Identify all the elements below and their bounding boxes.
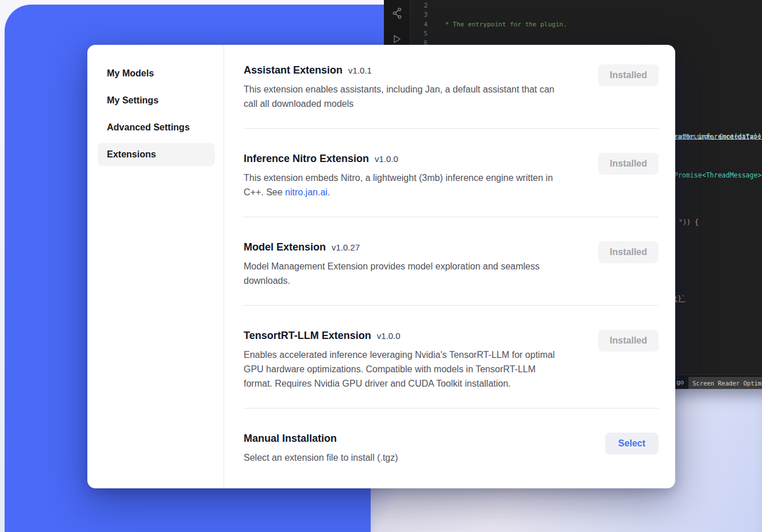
code-fragment-inference-call: rator.inference(data)); (674, 132, 762, 141)
line-number: 3 (410, 10, 428, 20)
sidebar-item-my-settings[interactable]: My Settings (98, 89, 215, 112)
manual-installation-title: Manual Installation (244, 433, 398, 445)
extension-name: Assistant Extension (244, 64, 342, 76)
installed-button[interactable]: Installed (598, 330, 659, 352)
select-file-button[interactable]: Select (605, 433, 659, 454)
extension-name: TensortRT-LLM Extension (244, 330, 371, 341)
extensions-content: Assistant Extensionv1.0.1 This extension… (224, 45, 675, 488)
extension-name: Model Extension (244, 241, 326, 253)
extension-title-row: Model Extensionv1.0.27 (244, 241, 565, 253)
run-debug-icon[interactable] (391, 34, 403, 45)
installed-button[interactable]: Installed (598, 241, 659, 263)
line-number: 2 (410, 1, 428, 10)
manual-installation-row: Manual Installation Select an extension … (244, 433, 659, 465)
source-control-graph-icon[interactable] (391, 7, 403, 19)
line-number: 5 (410, 29, 428, 38)
extension-row-tensorrt-llm: TensortRT-LLM Extensionv1.0.0 Enables ac… (244, 330, 659, 391)
extension-description: This extension embeds Nitro, a lightweig… (244, 171, 565, 199)
extension-row-inference-nitro: Inference Nitro Extensionv1.0.0 This ext… (244, 153, 659, 199)
section-divider (244, 408, 659, 408)
line-number: 4 (410, 20, 428, 29)
nitro-jan-ai-link[interactable]: nitro.jan.ai. (285, 187, 330, 197)
editor-line-numbers: 2 3 4 5 6 (410, 1, 428, 48)
section-divider (244, 217, 659, 217)
extension-description: This extension enables assistants, inclu… (244, 82, 565, 111)
screen-reader-optimize-badge[interactable]: Screen Reader Optimize (688, 377, 762, 389)
status-bar-text: go (676, 378, 684, 387)
installed-button[interactable]: Installed (598, 64, 659, 86)
code-fragment-template-close: t}` (674, 294, 686, 303)
settings-sidebar: My Models My Settings Advanced Settings … (87, 45, 224, 488)
extension-row-assistant: Assistant Extensionv1.0.1 This extension… (244, 64, 659, 111)
page-background: 2 3 4 5 6 * The entrypoint for the plugi… (0, 0, 762, 532)
extension-version: v1.0.0 (377, 331, 401, 341)
sidebar-item-extensions[interactable]: Extensions (98, 143, 215, 166)
extension-row-model: Model Extensionv1.0.27 Model Management … (244, 241, 659, 288)
code-fragment-string-close: ")) { (679, 218, 699, 227)
section-divider (244, 128, 659, 129)
extension-title-row: TensortRT-LLM Extensionv1.0.0 (244, 330, 565, 342)
sidebar-item-my-models[interactable]: My Models (98, 62, 215, 85)
extension-title-row: Inference Nitro Extensionv1.0.0 (244, 153, 565, 165)
manual-installation-description: Select an extension file to install (.tg… (244, 450, 398, 465)
sidebar-item-advanced-settings[interactable]: Advanced Settings (98, 116, 215, 139)
installed-button[interactable]: Installed (598, 153, 659, 175)
extension-description: Model Management Extension provides mode… (244, 259, 565, 288)
extension-version: v1.0.0 (375, 154, 398, 164)
extension-title-row: Assistant Extensionv1.0.1 (244, 64, 565, 76)
extension-name: Inference Nitro Extension (244, 153, 369, 164)
code-fragment-promise-type: Promise<ThreadMessage> (674, 171, 761, 180)
extension-version: v1.0.27 (332, 242, 360, 252)
settings-modal: My Models My Settings Advanced Settings … (87, 45, 675, 488)
extension-version: v1.0.1 (348, 65, 372, 75)
code-line-comment: * The entrypoint for the plugin. (441, 20, 762, 29)
extension-description: Enables accelerated inference leveraging… (244, 348, 565, 391)
section-divider (244, 305, 659, 306)
